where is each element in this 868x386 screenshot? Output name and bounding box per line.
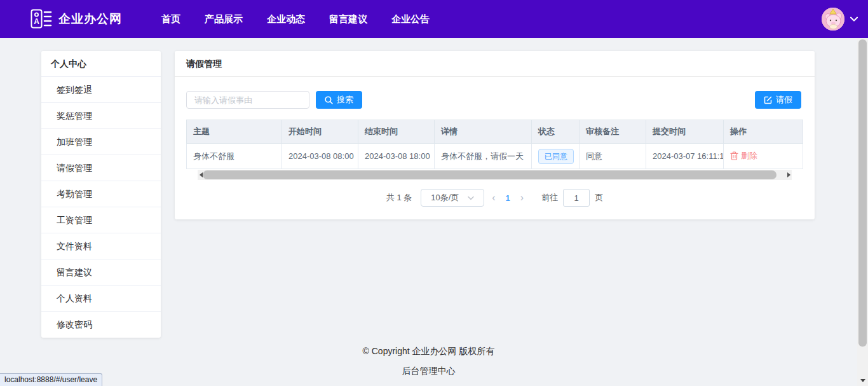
page-size-select[interactable]: 10条/页 (421, 189, 484, 207)
prev-page-button[interactable]: ‹ (484, 192, 503, 203)
nav-item-announcements[interactable]: 企业公告 (391, 13, 430, 25)
search-button[interactable]: 搜索 (316, 91, 362, 109)
sidebar: 个人中心 签到签退 奖惩管理 加班管理 请假管理 考勤管理 工资管理 文件资料 … (41, 51, 161, 338)
col-subject: 主题 (187, 120, 282, 144)
col-actions: 操作 (724, 120, 803, 144)
app-title: 企业办公网 (58, 11, 122, 27)
goto-page-input[interactable] (563, 189, 590, 207)
sidebar-item-attendance[interactable]: 考勤管理 (41, 181, 161, 207)
goto-label: 前往 (541, 192, 558, 203)
vertical-scrollbar[interactable] (857, 38, 868, 386)
app-logo[interactable]: A 企业办公网 (31, 8, 122, 31)
link-preview-status-bar: localhost:8888/#/user/leave (0, 373, 102, 386)
cell-start-time: 2024-03-08 08:00 (282, 144, 358, 169)
sidebar-item-password[interactable]: 修改密码 (41, 312, 161, 338)
cell-end-time: 2024-03-08 18:00 (358, 144, 435, 169)
next-page-button[interactable]: › (513, 192, 531, 203)
cell-detail: 身体不舒服，请假一天 (435, 144, 532, 169)
pagination: 共 1 条 10条/页 ‹ 1 › 前往 页 (175, 189, 815, 207)
nav-item-home[interactable]: 首页 (161, 13, 180, 25)
search-icon (325, 96, 333, 104)
edit-icon (764, 96, 772, 104)
avatar[interactable] (822, 8, 844, 31)
user-menu[interactable] (822, 0, 858, 38)
main-nav: 首页 产品展示 企业动态 留言建议 企业公告 (161, 13, 430, 25)
delete-button[interactable]: 删除 (730, 150, 757, 162)
col-status: 状态 (532, 120, 580, 144)
horizontal-scrollbar[interactable] (198, 170, 792, 180)
nav-item-feedback[interactable]: 留言建议 (329, 13, 367, 25)
logo-icon: A (31, 8, 52, 31)
nav-item-products[interactable]: 产品展示 (205, 13, 243, 25)
sidebar-item-files[interactable]: 文件资料 (41, 233, 161, 259)
goto-page: 前往 页 (541, 189, 603, 207)
sidebar-item-leave[interactable]: 请假管理 (41, 155, 161, 181)
status-badge: 已同意 (538, 149, 574, 164)
current-page[interactable]: 1 (503, 193, 513, 203)
scroll-down-arrow[interactable] (857, 376, 868, 385)
request-leave-button[interactable]: 请假 (755, 91, 801, 109)
sidebar-item-rewards[interactable]: 奖惩管理 (41, 103, 161, 129)
horizontal-scrollbar-thumb[interactable] (203, 170, 776, 179)
vertical-scrollbar-thumb[interactable] (858, 39, 867, 347)
search-input[interactable] (186, 91, 309, 109)
cell-submitted: 2024-03-07 16:11:19 (646, 144, 724, 169)
cell-actions: 删除 (724, 144, 803, 169)
table-row: 身体不舒服 2024-03-08 08:00 2024-03-08 18:00 … (187, 144, 803, 169)
chevron-down-icon[interactable] (850, 17, 858, 22)
pagination-total: 共 1 条 (386, 192, 412, 203)
footer: © Copyright 企业办公网 版权所有 后台管理中心 (0, 346, 857, 377)
sidebar-item-salary[interactable]: 工资管理 (41, 207, 161, 233)
col-submitted: 提交时间 (646, 120, 724, 144)
select-chevron-icon (468, 196, 474, 200)
top-navbar: A 企业办公网 首页 产品展示 企业动态 留言建议 企业公告 (0, 0, 868, 38)
col-remark: 审核备注 (580, 120, 646, 144)
svg-text:A: A (34, 17, 39, 26)
nav-item-news[interactable]: 企业动态 (267, 13, 305, 25)
leave-table: 主题 开始时间 结束时间 详情 状态 审核备注 提交时间 操作 身体不舒服 20… (186, 120, 803, 180)
leave-management-panel: 请假管理 搜索 请假 (175, 51, 815, 219)
col-start-time: 开始时间 (282, 120, 358, 144)
sidebar-title: 个人中心 (41, 51, 161, 77)
scroll-right-arrow[interactable] (785, 170, 792, 180)
col-detail: 详情 (435, 120, 532, 144)
admin-center-link[interactable]: 后台管理中心 (0, 366, 857, 377)
col-end-time: 结束时间 (358, 120, 435, 144)
toolbar: 搜索 请假 (175, 77, 815, 120)
copyright-text: © Copyright 企业办公网 版权所有 (0, 346, 857, 357)
trash-icon (730, 151, 738, 160)
sidebar-item-profile[interactable]: 个人资料 (41, 286, 161, 312)
cell-remark: 同意 (580, 144, 646, 169)
cell-status: 已同意 (532, 144, 580, 169)
sidebar-item-overtime[interactable]: 加班管理 (41, 129, 161, 155)
cell-subject: 身体不舒服 (187, 144, 282, 169)
table-header-row: 主题 开始时间 结束时间 详情 状态 审核备注 提交时间 操作 (187, 120, 803, 144)
page-unit-label: 页 (595, 192, 603, 203)
page-title: 请假管理 (175, 51, 815, 77)
sidebar-item-checkin[interactable]: 签到签退 (41, 77, 161, 103)
sidebar-item-suggestions[interactable]: 留言建议 (41, 259, 161, 286)
